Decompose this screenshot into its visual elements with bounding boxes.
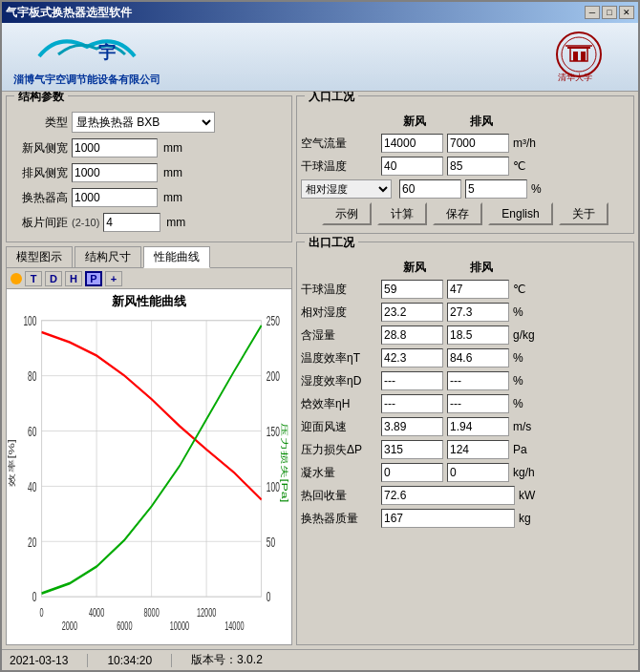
company-name: 淄博气宇空调节能设备有限公司 [13,73,160,87]
chart-btn-P[interactable]: P [85,271,102,286]
condensate-fresh: 0 [381,463,443,482]
drybulb-outlet-exhaust: 47 [447,280,509,299]
svg-text:0: 0 [32,590,37,604]
relhum-outlet-fresh: 23.2 [381,303,443,322]
left-panel: 结构参数 类型 显热换热器 BXB 新风侧宽 mm 排风侧宽 [6,95,292,645]
tab-performance-curve[interactable]: 性能曲线 [143,246,210,268]
calc-button[interactable]: 计算 [377,202,427,225]
facevel-row: 迎面风速 3.89 1.94 m/s [301,417,629,436]
svg-text:8000: 8000 [143,606,160,619]
main-content: 结构参数 类型 显热换热器 BXB 新风侧宽 mm 排风侧宽 [2,92,638,649]
airflow-fresh-input[interactable] [384,136,441,150]
drybulb-fresh-input[interactable] [384,159,441,173]
chart-toolbar: T D H P + [6,268,292,289]
example-button[interactable]: 示例 [322,202,372,225]
drybulb-inlet-unit: ℃ [513,159,546,173]
chart-title: 新风性能曲线 [7,289,291,312]
status-bar: 2021-03-13 10:34:20 版本号：3.0.2 [2,649,638,670]
window-title: 气宇板式换热器选型软件 [6,5,132,21]
svg-text:150: 150 [267,425,280,439]
hum-eff-fresh: --- [381,371,443,390]
inlet-fresh-col-header: 新风 [381,114,448,130]
english-button[interactable]: English [488,202,552,225]
tab-bar: 模型图示 结构尺寸 性能曲线 [6,246,292,268]
hum-eff-exhaust: --- [447,371,509,390]
airflow-exhaust-value [447,134,509,153]
airflow-exhaust-input[interactable] [450,136,507,150]
tab-container: 模型图示 结构尺寸 性能曲线 T D H P + [6,246,292,645]
mass-label: 换热器质量 [301,511,377,527]
structure-params-title: 结构参数 [14,92,68,105]
main-window: 气宇板式换热器选型软件 ─ □ ✕ 宇 淄博气宇空调节能设备有限公司 [0,0,640,672]
svg-text:20: 20 [28,535,36,549]
relhum-outlet-unit: % [513,305,546,319]
chart-btn-H[interactable]: H [65,271,82,286]
chart-btn-T[interactable]: T [25,271,42,286]
legend-dp: ΔP [156,643,193,645]
plate-input[interactable] [103,213,160,232]
legend-nt-label: ηT [128,643,140,645]
inlet-header-row: 新风 排风 [301,114,629,130]
outlet-fresh-col-header: 新风 [381,260,448,276]
enthalpy-eff-label: 焓效率ηH [301,396,377,412]
save-button[interactable]: 保存 [433,202,482,225]
chart-btn-D[interactable]: D [45,271,62,286]
about-button[interactable]: 关于 [559,202,608,225]
svg-text:60: 60 [28,425,36,439]
tab-model-view[interactable]: 模型图示 [6,246,73,267]
pressure-label: 压力损失ΔP [301,442,377,458]
plate-label: 板片间距 [11,215,68,231]
drybulb-exhaust-value [447,157,509,176]
inlet-content: 新风 排风 空气流量 m³/h 干球温度 ℃ [301,114,629,199]
condensate-unit: kg/h [513,466,546,479]
svg-point-2 [562,37,596,72]
height-input[interactable] [72,188,158,207]
structure-params-content: 类型 显热换热器 BXB 新风侧宽 mm 排风侧宽 mm [11,112,288,232]
minimize-button[interactable]: ─ [585,6,600,19]
exhaust-width-input[interactable] [72,163,158,182]
status-version: 版本号：3.0.2 [191,652,263,668]
status-date: 2021-03-13 [10,654,68,667]
chart-legend: ηT ΔP [7,641,291,645]
moisture-outlet-unit: g/kg [513,328,546,342]
exhaust-width-row: 排风侧宽 mm [11,163,288,182]
outlet-section: 出口工况 新风 排风 干球温度 59 47 ℃ [296,242,634,645]
enthalpy-eff-unit: % [513,397,546,410]
outlet-exhaust-col-header: 排风 [448,260,515,276]
chart-area: 新风性能曲线 [6,289,292,645]
action-buttons: 示例 计算 保存 English 关于 [301,202,629,225]
heat-rec-value: 72.6 [381,486,515,505]
drybulb-fresh-value [381,157,443,176]
condensate-row: 凝水量 0 0 kg/h [301,463,629,482]
humidity-exhaust-input[interactable] [468,182,525,196]
height-label: 换热器高 [11,190,68,206]
pressure-row: 压力损失ΔP 315 124 Pa [301,440,629,459]
maximize-button[interactable]: □ [602,6,617,19]
svg-text:80: 80 [28,369,36,384]
svg-text:效率[%]: 效率[%] [7,439,15,486]
outlet-content: 新风 排风 干球温度 59 47 ℃ 相对湿度 23.2 27.3 [301,260,629,528]
svg-text:200: 200 [267,369,280,384]
company-logo-icon: 宇 [30,28,144,71]
airflow-unit: m³/h [513,136,546,150]
svg-text:0: 0 [267,590,271,604]
close-button[interactable]: ✕ [619,6,634,19]
structure-params-section: 结构参数 类型 显热换热器 BXB 新风侧宽 mm 排风侧宽 [6,95,292,242]
type-select[interactable]: 显热换热器 BXB [72,112,215,133]
humidity-fresh-input[interactable] [402,182,459,196]
svg-text:压力损失[Pa]: 压力损失[Pa] [280,423,288,502]
height-unit: mm [163,191,182,204]
drybulb-inlet-row: 干球温度 ℃ [301,157,629,176]
header-area: 宇 淄博气宇空调节能设备有限公司 清华大学 [2,23,638,92]
drybulb-exhaust-input[interactable] [450,159,507,173]
enthalpy-eff-exhaust: --- [447,394,509,413]
chart-btn-plus[interactable]: + [105,271,122,286]
heat-rec-unit: kW [519,489,552,502]
fresh-width-input[interactable] [72,138,158,158]
humidity-type-select[interactable]: 相对湿度 含湿量 湿球温度 [301,179,392,199]
tab-structure-size[interactable]: 结构尺寸 [75,246,141,267]
status-divider-1 [87,654,88,667]
svg-text:2000: 2000 [62,620,78,632]
svg-rect-4 [573,52,578,61]
moisture-outlet-row: 含湿量 28.8 18.5 g/kg [301,326,629,345]
